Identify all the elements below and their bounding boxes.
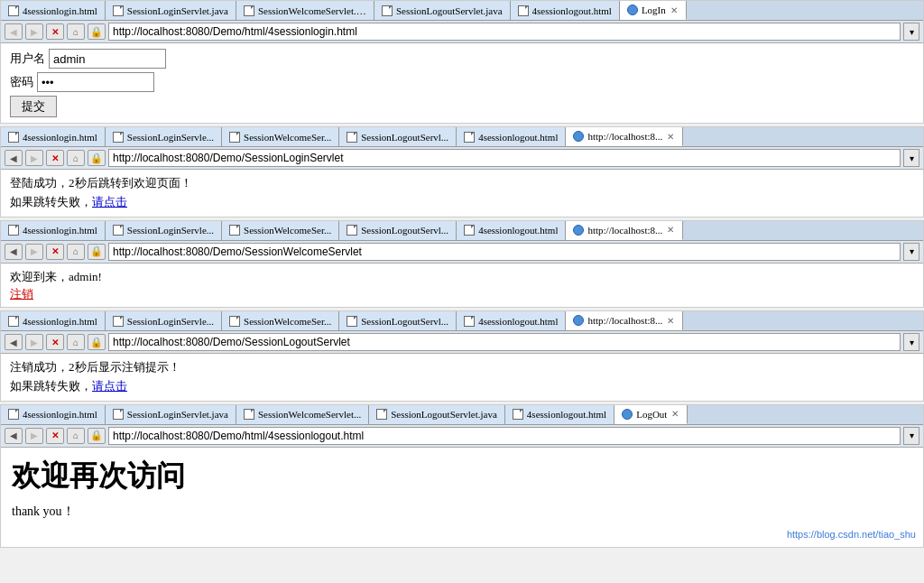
browser-panel-1: 4sessionlogin.htmlSessionLoginServlet.ja… bbox=[0, 0, 924, 124]
tab-label: 4sessionlogin.html bbox=[23, 5, 97, 16]
tab-label: http://localhost:8... bbox=[587, 315, 662, 326]
tab-4-5[interactable]: http://localhost:8...✕ bbox=[566, 311, 683, 330]
tab-3-2[interactable]: SessionWelcomeSer... bbox=[222, 221, 339, 240]
home-btn-2[interactable]: ⌂ bbox=[67, 150, 85, 166]
tab-5-4[interactable]: 4sessionlogout.html bbox=[505, 405, 614, 424]
tab-3-0[interactable]: 4sessionlogin.html bbox=[1, 221, 106, 240]
address-input-2[interactable] bbox=[108, 149, 901, 167]
security-btn-1[interactable]: 🔒 bbox=[88, 23, 106, 40]
tab-label: SessionLogoutServlet.java bbox=[391, 409, 497, 420]
back-btn-3[interactable]: ◀ bbox=[5, 244, 23, 260]
stop-btn-3[interactable]: ✕ bbox=[46, 244, 64, 260]
tab-1-5[interactable]: LogIn✕ bbox=[620, 1, 687, 20]
stop-btn-4[interactable]: ✕ bbox=[46, 334, 64, 350]
tab-label: SessionWelcomeSer... bbox=[244, 132, 331, 143]
page-icon bbox=[244, 409, 254, 420]
password-input[interactable] bbox=[37, 72, 154, 92]
logout-result-link[interactable]: 请点击 bbox=[92, 379, 127, 393]
tab-5-3[interactable]: SessionLogoutServlet.java bbox=[369, 405, 505, 424]
go-btn-4[interactable]: ▾ bbox=[903, 333, 919, 351]
login-result-link[interactable]: 请点击 bbox=[92, 195, 127, 208]
tab-close-btn[interactable]: ✕ bbox=[670, 409, 679, 419]
back-btn-2[interactable]: ◀ bbox=[5, 150, 23, 166]
address-input-5[interactable] bbox=[108, 427, 901, 445]
security-btn-5[interactable]: 🔒 bbox=[88, 428, 106, 444]
home-btn-5[interactable]: ⌂ bbox=[67, 428, 85, 444]
home-btn-4[interactable]: ⌂ bbox=[67, 334, 85, 350]
forward-btn-1[interactable]: ▶ bbox=[25, 23, 43, 40]
tab-5-5[interactable]: LogOut✕ bbox=[614, 405, 688, 424]
back-btn-4[interactable]: ◀ bbox=[5, 334, 23, 350]
address-input-4[interactable] bbox=[108, 333, 901, 351]
tab-label: LogIn bbox=[642, 5, 666, 15]
security-btn-4[interactable]: 🔒 bbox=[88, 334, 106, 350]
page-icon bbox=[8, 409, 19, 420]
tab-1-2[interactable]: SessionWelcomeServlet.ja... bbox=[236, 1, 374, 20]
tab-2-1[interactable]: SessionLoginServle... bbox=[106, 127, 222, 146]
tab-close-btn[interactable]: ✕ bbox=[666, 316, 675, 326]
forward-btn-2[interactable]: ▶ bbox=[25, 150, 43, 166]
tab-4-1[interactable]: SessionLoginServle... bbox=[106, 311, 222, 330]
tab-5-1[interactable]: SessionLoginServlet.java bbox=[106, 405, 236, 424]
tab-1-3[interactable]: SessionLogoutServlet.java bbox=[374, 1, 511, 20]
tab-2-0[interactable]: 4sessionlogin.html bbox=[1, 127, 106, 146]
tab-2-2[interactable]: SessionWelcomeSer... bbox=[222, 127, 339, 146]
security-btn-3[interactable]: 🔒 bbox=[88, 244, 106, 260]
welcome-text: 欢迎到来，admin! bbox=[10, 268, 914, 287]
tab-label: http://localhost:8... bbox=[587, 225, 662, 236]
forward-btn-3[interactable]: ▶ bbox=[25, 244, 43, 260]
globe-icon bbox=[573, 225, 584, 236]
tab-1-0[interactable]: 4sessionlogin.html bbox=[1, 1, 106, 20]
tab-label: SessionWelcomeServlet.ja... bbox=[258, 5, 366, 16]
tab-5-0[interactable]: 4sessionlogin.html bbox=[1, 405, 106, 424]
tab-4-3[interactable]: SessionLogoutServl... bbox=[339, 311, 457, 330]
tab-4-4[interactable]: 4sessionlogout.html bbox=[457, 311, 566, 330]
tab-close-btn[interactable]: ✕ bbox=[670, 5, 679, 15]
page-icon bbox=[513, 409, 523, 420]
stop-btn-2[interactable]: ✕ bbox=[46, 150, 64, 166]
logout-link[interactable]: 注销 bbox=[10, 287, 33, 301]
browser-panel-3: 4sessionlogin.htmlSessionLoginServle...S… bbox=[0, 220, 924, 309]
back-btn-5[interactable]: ◀ bbox=[5, 428, 23, 444]
home-btn-3[interactable]: ⌂ bbox=[67, 244, 85, 260]
forward-btn-5[interactable]: ▶ bbox=[25, 428, 43, 444]
submit-button[interactable]: 提交 bbox=[10, 96, 57, 117]
tab-label: 4sessionlogout.html bbox=[527, 409, 606, 420]
username-input[interactable] bbox=[49, 49, 166, 69]
login-result-line2: 如果跳转失败，请点击 bbox=[10, 193, 914, 212]
stop-btn-1[interactable]: ✕ bbox=[46, 23, 64, 40]
tab-4-2[interactable]: SessionWelcomeSer... bbox=[222, 311, 339, 330]
forward-btn-4[interactable]: ▶ bbox=[25, 334, 43, 350]
tab-1-1[interactable]: SessionLoginServlet.java bbox=[106, 1, 236, 20]
tab-1-4[interactable]: 4sessionlogout.html bbox=[511, 1, 620, 20]
tab-3-3[interactable]: SessionLogoutServl... bbox=[339, 221, 457, 240]
tab-close-btn[interactable]: ✕ bbox=[666, 132, 675, 142]
tab-bar-3: 4sessionlogin.htmlSessionLoginServle...S… bbox=[1, 221, 923, 241]
go-btn-1[interactable]: ▾ bbox=[903, 23, 919, 41]
stop-btn-5[interactable]: ✕ bbox=[46, 428, 64, 444]
tab-2-3[interactable]: SessionLogoutServl... bbox=[339, 127, 457, 146]
home-btn-1[interactable]: ⌂ bbox=[67, 23, 85, 40]
tab-5-2[interactable]: SessionWelcomeServlet... bbox=[236, 405, 369, 424]
tab-2-4[interactable]: 4sessionlogout.html bbox=[457, 127, 566, 146]
back-btn-1[interactable]: ◀ bbox=[5, 23, 23, 40]
go-btn-2[interactable]: ▾ bbox=[903, 149, 919, 167]
address-bar-2: ◀ ▶ ✕ ⌂ 🔒 ▾ bbox=[1, 147, 923, 169]
address-input-1[interactable] bbox=[108, 23, 901, 41]
tab-3-1[interactable]: SessionLoginServle... bbox=[106, 221, 222, 240]
address-input-3[interactable] bbox=[108, 243, 901, 261]
go-btn-3[interactable]: ▾ bbox=[903, 243, 919, 261]
tab-3-5[interactable]: http://localhost:8...✕ bbox=[566, 221, 683, 240]
tab-close-btn[interactable]: ✕ bbox=[666, 225, 675, 235]
login-result-line1: 登陆成功，2秒后跳转到欢迎页面！ bbox=[10, 174, 914, 193]
tab-label: SessionLogoutServl... bbox=[361, 225, 448, 236]
tab-3-4[interactable]: 4sessionlogout.html bbox=[457, 221, 566, 240]
globe-icon bbox=[573, 315, 584, 326]
page-icon bbox=[346, 316, 357, 327]
page-icon bbox=[113, 5, 124, 16]
go-btn-5[interactable]: ▾ bbox=[903, 427, 919, 445]
tab-2-5[interactable]: http://localhost:8...✕ bbox=[566, 127, 683, 146]
tab-4-0[interactable]: 4sessionlogin.html bbox=[1, 311, 106, 330]
security-btn-2[interactable]: 🔒 bbox=[88, 150, 106, 166]
address-bar-3: ◀ ▶ ✕ ⌂ 🔒 ▾ bbox=[1, 241, 923, 263]
